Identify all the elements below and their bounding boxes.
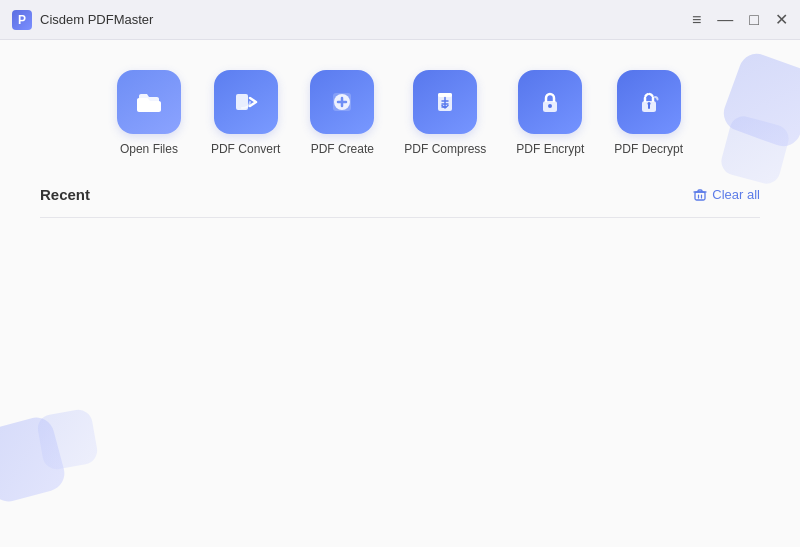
tool-pdf-decrypt[interactable]: PDF Decrypt	[614, 70, 683, 156]
clear-all-icon	[693, 188, 707, 202]
pdf-convert-icon-wrapper	[214, 70, 278, 134]
maximize-button[interactable]: □	[749, 12, 759, 28]
title-bar-left: P Cisdem PDFMaster	[12, 10, 153, 30]
pdf-encrypt-icon	[534, 86, 566, 118]
pdf-encrypt-label: PDF Encrypt	[516, 142, 584, 156]
deco-bottom-left-2	[36, 408, 100, 472]
main-content: Open Files PDF Convert	[0, 40, 800, 547]
recent-section: Recent Clear all	[0, 176, 800, 218]
pdf-decrypt-icon-wrapper	[617, 70, 681, 134]
tools-section: Open Files PDF Convert	[0, 40, 800, 176]
tool-pdf-compress[interactable]: PDF Compress	[404, 70, 486, 156]
clear-all-button[interactable]: Clear all	[693, 187, 760, 202]
menu-button[interactable]: ≡	[692, 12, 701, 28]
window-controls: ≡ — □ ✕	[692, 12, 788, 28]
close-button[interactable]: ✕	[775, 12, 788, 28]
tool-open-files[interactable]: Open Files	[117, 70, 181, 156]
pdf-encrypt-icon-wrapper	[518, 70, 582, 134]
pdf-compress-icon-wrapper	[413, 70, 477, 134]
open-files-icon-wrapper	[117, 70, 181, 134]
tools-grid: Open Files PDF Convert	[60, 70, 740, 156]
svg-point-6	[548, 104, 552, 108]
pdf-convert-label: PDF Convert	[211, 142, 280, 156]
recent-divider	[40, 217, 760, 218]
clear-all-label: Clear all	[712, 187, 760, 202]
open-files-icon	[133, 86, 165, 118]
recent-title: Recent	[40, 186, 90, 203]
title-bar: P Cisdem PDFMaster ≡ — □ ✕	[0, 0, 800, 40]
tool-pdf-convert[interactable]: PDF Convert	[211, 70, 280, 156]
pdf-create-icon	[326, 86, 358, 118]
pdf-compress-label: PDF Compress	[404, 142, 486, 156]
recent-header: Recent Clear all	[40, 186, 760, 203]
svg-point-8	[647, 102, 650, 105]
app-logo: P	[12, 10, 32, 30]
tool-pdf-create[interactable]: PDF Create	[310, 70, 374, 156]
svg-rect-9	[695, 192, 705, 200]
pdf-decrypt-icon	[633, 86, 665, 118]
pdf-compress-icon	[429, 86, 461, 118]
svg-rect-4	[438, 93, 452, 97]
app-title: Cisdem PDFMaster	[40, 12, 153, 27]
pdf-decrypt-label: PDF Decrypt	[614, 142, 683, 156]
pdf-convert-icon	[230, 86, 262, 118]
open-files-label: Open Files	[120, 142, 178, 156]
pdf-create-icon-wrapper	[310, 70, 374, 134]
minimize-button[interactable]: —	[717, 12, 733, 28]
tool-pdf-encrypt[interactable]: PDF Encrypt	[516, 70, 584, 156]
pdf-create-label: PDF Create	[311, 142, 374, 156]
